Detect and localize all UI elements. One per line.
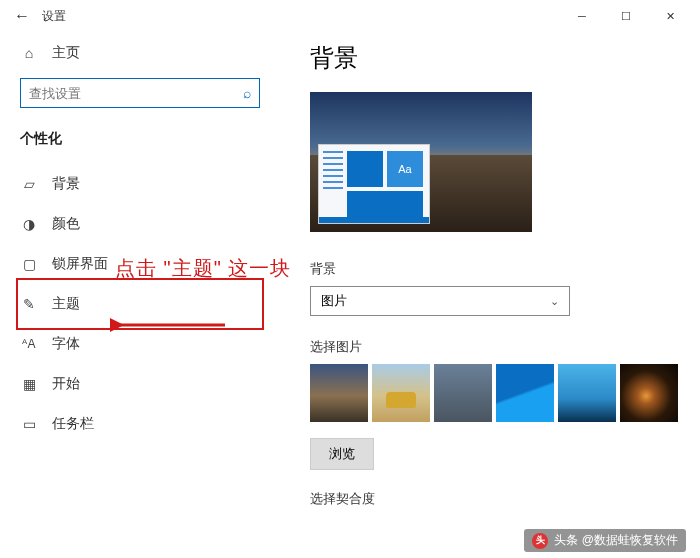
search-input[interactable] xyxy=(29,86,243,101)
watermark-text: 头条 @数据蛙恢复软件 xyxy=(554,532,678,549)
search-icon: ⌕ xyxy=(243,85,251,101)
palette-icon: ◑ xyxy=(20,216,38,232)
sidebar-item-label: 颜色 xyxy=(52,215,80,233)
choose-picture-label: 选择图片 xyxy=(310,338,700,356)
sidebar-item-label: 字体 xyxy=(52,335,80,353)
image-icon: ▱ xyxy=(20,176,38,192)
sidebar-item-taskbar[interactable]: ▭ 任务栏 xyxy=(20,404,260,444)
close-button[interactable]: ✕ xyxy=(648,1,692,31)
browse-button[interactable]: 浏览 xyxy=(310,438,374,470)
minimize-button[interactable]: ─ xyxy=(560,1,604,31)
sidebar-item-background[interactable]: ▱ 背景 xyxy=(20,164,260,204)
home-link[interactable]: ⌂ 主页 xyxy=(20,44,260,62)
background-preview: Aa xyxy=(310,92,532,232)
sidebar-item-colors[interactable]: ◑ 颜色 xyxy=(20,204,260,244)
sidebar-item-start[interactable]: ▦ 开始 xyxy=(20,364,260,404)
window-title: 设置 xyxy=(42,8,66,25)
preview-tile-text: Aa xyxy=(387,151,423,187)
back-button[interactable]: ← xyxy=(8,7,36,25)
thumbnail[interactable] xyxy=(620,364,678,422)
home-icon: ⌂ xyxy=(20,45,38,61)
preview-window: Aa xyxy=(318,144,430,224)
sidebar-item-label: 开始 xyxy=(52,375,80,393)
picture-thumbnails xyxy=(310,364,700,422)
thumbnail[interactable] xyxy=(310,364,368,422)
theme-icon: ✎ xyxy=(20,296,38,312)
background-label: 背景 xyxy=(310,260,700,278)
sidebar-item-label: 主题 xyxy=(52,295,80,313)
section-title: 个性化 xyxy=(20,130,260,148)
sidebar-item-label: 背景 xyxy=(52,175,80,193)
search-input-container[interactable]: ⌕ xyxy=(20,78,260,108)
sidebar-item-label: 锁屏界面 xyxy=(52,255,108,273)
thumbnail[interactable] xyxy=(434,364,492,422)
sidebar-item-fonts[interactable]: ᴬA 字体 xyxy=(20,324,260,364)
start-icon: ▦ xyxy=(20,376,38,392)
dropdown-value: 图片 xyxy=(321,292,347,310)
watermark-logo: 头 xyxy=(532,533,548,549)
sidebar-item-themes[interactable]: ✎ 主题 xyxy=(20,284,260,324)
taskbar-icon: ▭ xyxy=(20,416,38,432)
font-icon: ᴬA xyxy=(20,337,38,351)
background-dropdown[interactable]: 图片 ⌄ xyxy=(310,286,570,316)
fit-label: 选择契合度 xyxy=(310,490,700,508)
watermark: 头 头条 @数据蛙恢复软件 xyxy=(524,529,686,552)
thumbnail[interactable] xyxy=(496,364,554,422)
sidebar-item-label: 任务栏 xyxy=(52,415,94,433)
home-label: 主页 xyxy=(52,44,80,62)
chevron-down-icon: ⌄ xyxy=(550,295,559,308)
thumbnail[interactable] xyxy=(372,364,430,422)
page-title: 背景 xyxy=(310,42,700,74)
thumbnail[interactable] xyxy=(558,364,616,422)
lock-icon: ▢ xyxy=(20,256,38,272)
maximize-button[interactable]: ☐ xyxy=(604,1,648,31)
